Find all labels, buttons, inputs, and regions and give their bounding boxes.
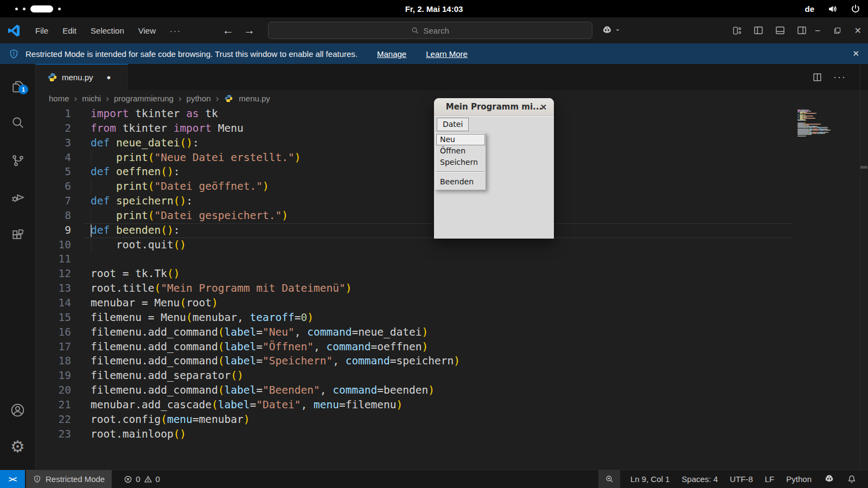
code-line[interactable]: 17filemenu.add_command(label="Öffnen", c… (36, 340, 860, 355)
status-bar: >< Restricted Mode 0 0 Ln 9, Col 1Spaces… (0, 470, 868, 488)
run-debug-icon[interactable] (0, 183, 35, 211)
close-window-icon[interactable]: ✕ (854, 25, 861, 36)
minimize-window-icon[interactable]: – (815, 25, 820, 35)
banner-close-icon[interactable]: ✕ (852, 49, 859, 59)
tk-window-title: Mein Programm mi... (446, 102, 542, 112)
minimap-line (797, 112, 799, 113)
code-line[interactable]: 16filemenu.add_command(label="Neu", comm… (36, 325, 860, 340)
toggle-secondary-sidebar-icon[interactable] (796, 25, 807, 36)
breadcrumb-item-programmierung[interactable]: programmierung (114, 94, 174, 103)
customize-layout-icon[interactable] (732, 25, 742, 36)
accounts-icon[interactable] (0, 396, 35, 424)
tk-menu-item-speichern[interactable]: Speichern (436, 157, 485, 168)
go-forward-icon[interactable]: → (244, 24, 255, 37)
code-line[interactable]: 23root.mainloop() (36, 427, 860, 442)
code-line[interactable]: 18filemenu.add_command(label="Speichern"… (36, 354, 860, 369)
tk-app-window[interactable]: Mein Programm mi... ✕ Datei NeuÖffnenSpe… (434, 98, 554, 239)
breadcrumb-separator-icon: › (216, 93, 219, 104)
restricted-mode-status[interactable]: Restricted Mode (26, 470, 112, 488)
code-line[interactable]: 22root.config(menu=menubar) (36, 413, 860, 427)
power-icon[interactable] (851, 4, 860, 14)
problems-status[interactable]: 0 0 (118, 470, 165, 488)
system-clock[interactable]: Fr, 2. Mai 14:03 (405, 0, 463, 17)
line-number: 4 (36, 151, 71, 165)
code-line[interactable]: 12root = tk.Tk() (36, 267, 860, 281)
workspace-dot (23, 8, 25, 10)
zoom-status-icon[interactable] (598, 470, 620, 488)
toggle-primary-sidebar-icon[interactable] (753, 25, 764, 36)
code-text: filemenu.add_separator() (91, 369, 244, 382)
minimap-line (820, 133, 825, 134)
minimap-line (797, 120, 805, 121)
keyboard-layout-indicator[interactable]: de (805, 4, 814, 14)
breadcrumb-item-python[interactable]: python (187, 94, 211, 103)
status-language-mode[interactable]: Python (780, 474, 818, 484)
source-control-icon[interactable] (0, 146, 35, 175)
breadcrumb-separator-icon: › (74, 93, 78, 104)
explorer-view-icon[interactable]: 1 (0, 73, 35, 101)
status-eol[interactable]: LF (759, 474, 781, 484)
copilot-status-icon[interactable] (818, 473, 841, 485)
minimap-line (815, 118, 815, 119)
code-text: def oeffnen(): (91, 165, 180, 178)
learn-more-link[interactable]: Learn More (426, 49, 468, 59)
menu-item-view[interactable]: View (131, 23, 163, 38)
menu-item-edit[interactable]: Edit (55, 23, 84, 38)
status-cursor-position[interactable]: Ln 9, Col 1 (624, 474, 676, 484)
tk-datei-dropdown: NeuÖffnenSpeichernBeenden (435, 133, 486, 190)
status-encoding[interactable]: UTF-8 (724, 474, 759, 484)
menu-more-icon[interactable]: ··· (163, 23, 188, 38)
tk-menu-separator (437, 171, 484, 172)
error-icon (124, 475, 132, 484)
code-line[interactable]: 15filemenu = Menu(menubar, tearoff=0) (36, 311, 860, 325)
line-number: 22 (36, 413, 71, 427)
code-line[interactable]: 14menubar = Menu(root) (36, 296, 860, 311)
volume-icon[interactable] (827, 4, 838, 14)
menu-item-file[interactable]: File (28, 23, 55, 38)
code-line[interactable]: 10 root.quit() (36, 238, 860, 253)
line-number: 14 (36, 296, 71, 311)
extensions-view-icon[interactable] (0, 221, 35, 249)
status-indentation[interactable]: Spaces: 4 (676, 474, 724, 484)
manage-link[interactable]: Manage (377, 49, 406, 59)
breadcrumb-item-home[interactable]: home (49, 94, 69, 103)
tab-menu-py[interactable]: menu.py ● (36, 64, 128, 90)
workspace-indicator[interactable] (15, 0, 61, 17)
code-line[interactable]: 20filemenu.add_command(label="Beenden", … (36, 383, 860, 398)
tk-menu-datei[interactable]: Datei (437, 118, 469, 131)
code-line[interactable]: 13root.title("Mein Programm mit Dateimen… (36, 281, 860, 296)
tk-menu-bar: Datei (434, 116, 554, 132)
modified-dot-icon[interactable]: ● (107, 73, 111, 81)
copilot-menu[interactable]: ⌄ (601, 17, 621, 43)
remote-indicator[interactable]: >< (0, 470, 25, 488)
settings-gear-icon[interactable]: ⚙ (0, 433, 35, 461)
split-editor-icon[interactable] (812, 72, 822, 82)
code-text: print("Datei gespeichert.") (91, 209, 288, 222)
more-actions-icon[interactable]: ··· (833, 72, 846, 83)
vscode-logo-icon[interactable] (8, 24, 20, 37)
code-line[interactable]: 19filemenu.add_separator() (36, 369, 860, 383)
toggle-panel-icon[interactable] (775, 25, 786, 36)
minimap-line (816, 113, 816, 114)
line-number: 1 (36, 107, 71, 121)
overview-ruler[interactable] (860, 64, 868, 470)
code-text: filemenu.add_command(label="Beenden", co… (91, 384, 435, 396)
command-center-search[interactable]: Search (268, 22, 592, 39)
tk-title-bar[interactable]: Mein Programm mi... ✕ (434, 98, 554, 116)
breadcrumb-item-menupy[interactable]: menu.py (239, 94, 270, 103)
tk-menu-item-neu[interactable]: Neu (436, 134, 485, 145)
notifications-bell-icon[interactable] (841, 474, 863, 484)
restore-window-icon[interactable] (834, 28, 840, 34)
menu-item-selection[interactable]: Selection (84, 23, 131, 38)
tk-menu-item-ffnen[interactable]: Öffnen (436, 145, 485, 157)
breadcrumb-item-michi[interactable]: michi (82, 94, 101, 103)
search-view-icon[interactable] (0, 108, 35, 137)
code-text: def neue_datei(): (91, 137, 199, 149)
explorer-badge: 1 (18, 85, 28, 94)
tk-close-icon[interactable]: ✕ (540, 102, 547, 112)
go-back-icon[interactable]: ← (222, 24, 234, 37)
code-line[interactable]: 11 (36, 252, 860, 267)
minimap[interactable] (797, 110, 868, 175)
tk-menu-item-beenden[interactable]: Beenden (436, 176, 485, 188)
code-line[interactable]: 21menubar.add_cascade(label="Datei", men… (36, 398, 860, 413)
